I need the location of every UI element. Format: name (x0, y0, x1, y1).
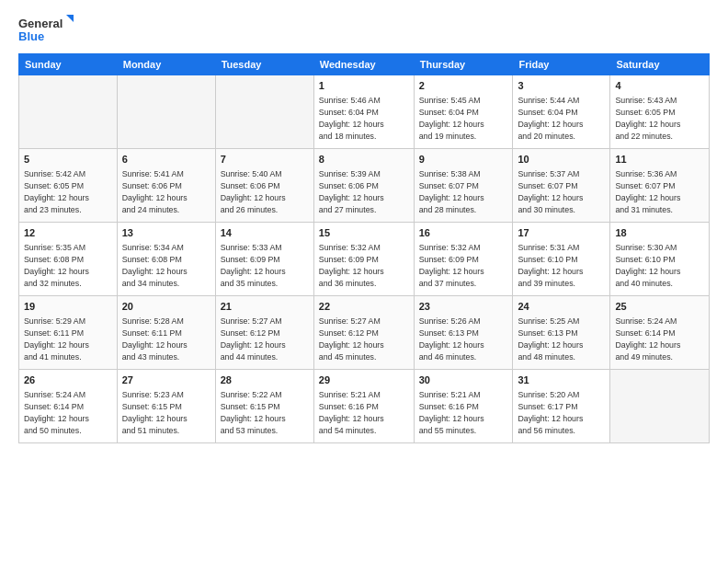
cell-day-number: 22 (319, 300, 409, 314)
weekday-header-saturday: Saturday (610, 54, 710, 75)
cell-day-number: 9 (419, 153, 508, 167)
cell-day-number: 16 (419, 226, 508, 240)
calendar-table: SundayMondayTuesdayWednesdayThursdayFrid… (18, 53, 710, 443)
calendar-cell: 14Sunrise: 5:33 AM Sunset: 6:09 PM Dayli… (215, 223, 313, 296)
cell-day-number: 1 (319, 79, 409, 93)
svg-marker-2 (66, 15, 74, 22)
calendar-cell: 2Sunrise: 5:45 AM Sunset: 6:04 PM Daylig… (414, 75, 513, 149)
cell-info: Sunrise: 5:41 AM Sunset: 6:06 PM Dayligh… (122, 168, 210, 215)
cell-info: Sunrise: 5:20 AM Sunset: 6:17 PM Dayligh… (518, 389, 605, 436)
calendar-cell: 23Sunrise: 5:26 AM Sunset: 6:13 PM Dayli… (414, 296, 513, 370)
calendar-cell: 26Sunrise: 5:24 AM Sunset: 6:14 PM Dayli… (19, 370, 118, 443)
cell-day-number: 14 (221, 226, 309, 240)
calendar-cell: 29Sunrise: 5:21 AM Sunset: 6:16 PM Dayli… (313, 370, 414, 443)
cell-day-number: 7 (221, 153, 309, 167)
cell-info: Sunrise: 5:26 AM Sunset: 6:13 PM Dayligh… (419, 316, 508, 362)
calendar-cell: 9Sunrise: 5:38 AM Sunset: 6:07 PM Daylig… (414, 149, 513, 223)
cell-day-number: 11 (615, 153, 704, 167)
calendar-cell: 16Sunrise: 5:32 AM Sunset: 6:09 PM Dayli… (414, 223, 513, 296)
calendar-week-row: 19Sunrise: 5:29 AM Sunset: 6:11 PM Dayli… (19, 296, 710, 370)
weekday-header-thursday: Thursday (414, 54, 513, 75)
weekday-header-sunday: Sunday (19, 54, 118, 75)
cell-info: Sunrise: 5:37 AM Sunset: 6:07 PM Dayligh… (518, 168, 605, 215)
calendar-week-row: 12Sunrise: 5:35 AM Sunset: 6:08 PM Dayli… (19, 223, 710, 296)
calendar-cell: 17Sunrise: 5:31 AM Sunset: 6:10 PM Dayli… (513, 223, 610, 296)
calendar-cell (19, 75, 118, 149)
cell-info: Sunrise: 5:25 AM Sunset: 6:13 PM Dayligh… (518, 316, 605, 362)
cell-info: Sunrise: 5:30 AM Sunset: 6:10 PM Dayligh… (615, 242, 704, 289)
weekday-header-wednesday: Wednesday (313, 54, 414, 75)
calendar-cell: 3Sunrise: 5:44 AM Sunset: 6:04 PM Daylig… (513, 75, 610, 149)
cell-day-number: 19 (24, 300, 112, 314)
cell-info: Sunrise: 5:28 AM Sunset: 6:11 PM Dayligh… (122, 316, 210, 362)
cell-info: Sunrise: 5:34 AM Sunset: 6:08 PM Dayligh… (122, 242, 210, 289)
cell-day-number: 23 (419, 300, 508, 314)
cell-info: Sunrise: 5:23 AM Sunset: 6:15 PM Dayligh… (122, 389, 210, 436)
cell-day-number: 28 (221, 373, 309, 387)
calendar-cell (117, 75, 215, 149)
cell-day-number: 29 (319, 373, 409, 387)
cell-day-number: 6 (122, 153, 210, 167)
calendar-week-row: 1Sunrise: 5:46 AM Sunset: 6:04 PM Daylig… (19, 75, 710, 149)
cell-info: Sunrise: 5:33 AM Sunset: 6:09 PM Dayligh… (221, 242, 309, 289)
calendar-cell: 13Sunrise: 5:34 AM Sunset: 6:08 PM Dayli… (117, 223, 215, 296)
calendar-cell: 27Sunrise: 5:23 AM Sunset: 6:15 PM Dayli… (117, 370, 215, 443)
calendar-cell: 28Sunrise: 5:22 AM Sunset: 6:15 PM Dayli… (215, 370, 313, 443)
calendar-cell: 20Sunrise: 5:28 AM Sunset: 6:11 PM Dayli… (117, 296, 215, 370)
cell-info: Sunrise: 5:24 AM Sunset: 6:14 PM Dayligh… (615, 316, 704, 362)
cell-day-number: 26 (24, 373, 112, 387)
cell-info: Sunrise: 5:27 AM Sunset: 6:12 PM Dayligh… (221, 316, 309, 362)
cell-info: Sunrise: 5:44 AM Sunset: 6:04 PM Dayligh… (518, 95, 605, 142)
header: General Blue (18, 15, 710, 44)
calendar-cell: 31Sunrise: 5:20 AM Sunset: 6:17 PM Dayli… (513, 370, 610, 443)
cell-day-number: 4 (615, 79, 704, 93)
weekday-header-friday: Friday (513, 54, 610, 75)
cell-info: Sunrise: 5:32 AM Sunset: 6:09 PM Dayligh… (419, 242, 508, 289)
calendar-cell: 22Sunrise: 5:27 AM Sunset: 6:12 PM Dayli… (313, 296, 414, 370)
cell-info: Sunrise: 5:29 AM Sunset: 6:11 PM Dayligh… (24, 316, 112, 362)
cell-info: Sunrise: 5:45 AM Sunset: 6:04 PM Dayligh… (419, 95, 508, 142)
svg-text:General: General (18, 17, 63, 30)
calendar-cell: 10Sunrise: 5:37 AM Sunset: 6:07 PM Dayli… (513, 149, 610, 223)
weekday-header-tuesday: Tuesday (215, 54, 313, 75)
cell-day-number: 18 (615, 226, 704, 240)
cell-day-number: 10 (518, 153, 605, 167)
calendar-cell: 8Sunrise: 5:39 AM Sunset: 6:06 PM Daylig… (313, 149, 414, 223)
cell-info: Sunrise: 5:21 AM Sunset: 6:16 PM Dayligh… (419, 389, 508, 436)
logo-svg: General Blue (18, 15, 74, 44)
cell-info: Sunrise: 5:24 AM Sunset: 6:14 PM Dayligh… (24, 389, 112, 436)
cell-day-number: 25 (615, 300, 704, 314)
cell-day-number: 2 (419, 79, 508, 93)
cell-day-number: 31 (518, 373, 605, 387)
cell-info: Sunrise: 5:22 AM Sunset: 6:15 PM Dayligh… (221, 389, 309, 436)
cell-day-number: 13 (122, 226, 210, 240)
calendar-cell: 4Sunrise: 5:43 AM Sunset: 6:05 PM Daylig… (610, 75, 710, 149)
cell-info: Sunrise: 5:21 AM Sunset: 6:16 PM Dayligh… (319, 389, 409, 436)
cell-day-number: 12 (24, 226, 112, 240)
cell-info: Sunrise: 5:36 AM Sunset: 6:07 PM Dayligh… (615, 168, 704, 215)
cell-info: Sunrise: 5:39 AM Sunset: 6:06 PM Dayligh… (319, 168, 409, 215)
calendar-cell: 1Sunrise: 5:46 AM Sunset: 6:04 PM Daylig… (313, 75, 414, 149)
cell-day-number: 8 (319, 153, 409, 167)
calendar-week-row: 26Sunrise: 5:24 AM Sunset: 6:14 PM Dayli… (19, 370, 710, 443)
cell-day-number: 30 (419, 373, 508, 387)
calendar-cell: 6Sunrise: 5:41 AM Sunset: 6:06 PM Daylig… (117, 149, 215, 223)
calendar-cell: 15Sunrise: 5:32 AM Sunset: 6:09 PM Dayli… (313, 223, 414, 296)
calendar-cell: 19Sunrise: 5:29 AM Sunset: 6:11 PM Dayli… (19, 296, 118, 370)
cell-day-number: 24 (518, 300, 605, 314)
logo: General Blue (18, 15, 75, 44)
cell-info: Sunrise: 5:42 AM Sunset: 6:05 PM Dayligh… (24, 168, 112, 215)
cell-day-number: 5 (24, 153, 112, 167)
page: General Blue SundayMondayTuesdayWednesda… (0, 0, 728, 563)
cell-info: Sunrise: 5:27 AM Sunset: 6:12 PM Dayligh… (319, 316, 409, 362)
cell-info: Sunrise: 5:46 AM Sunset: 6:04 PM Dayligh… (319, 95, 409, 142)
calendar-cell: 25Sunrise: 5:24 AM Sunset: 6:14 PM Dayli… (610, 296, 710, 370)
cell-day-number: 20 (122, 300, 210, 314)
cell-info: Sunrise: 5:43 AM Sunset: 6:05 PM Dayligh… (615, 95, 704, 142)
calendar-cell: 7Sunrise: 5:40 AM Sunset: 6:06 PM Daylig… (215, 149, 313, 223)
svg-text:Blue: Blue (18, 29, 44, 43)
cell-info: Sunrise: 5:32 AM Sunset: 6:09 PM Dayligh… (319, 242, 409, 289)
calendar-cell: 21Sunrise: 5:27 AM Sunset: 6:12 PM Dayli… (215, 296, 313, 370)
cell-day-number: 27 (122, 373, 210, 387)
cell-info: Sunrise: 5:40 AM Sunset: 6:06 PM Dayligh… (221, 168, 309, 215)
